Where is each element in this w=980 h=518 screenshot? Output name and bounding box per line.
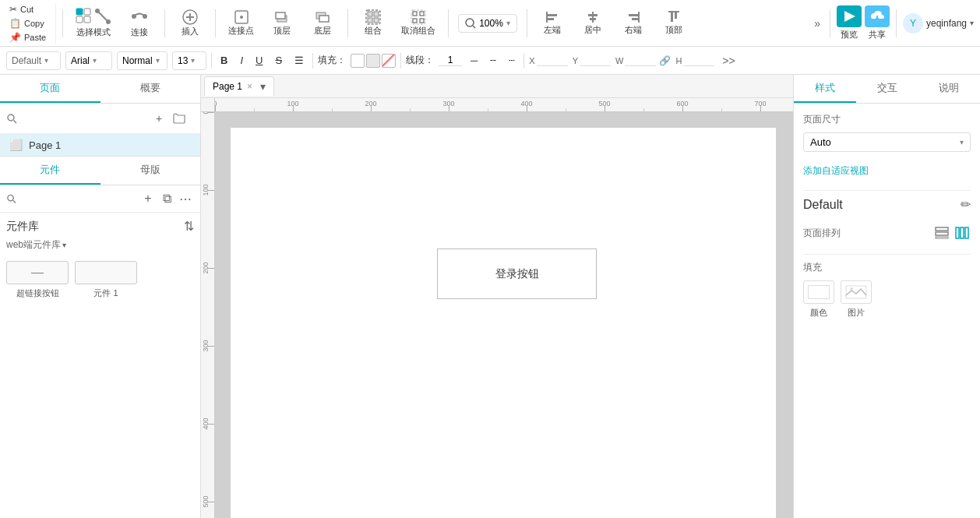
svg-rect-48 [936,237,948,238]
component-item-1[interactable]: 元件 1 [75,261,137,299]
canvas-page[interactable]: 登录按钮 [231,128,776,518]
bold-button[interactable]: B [217,53,231,68]
preview-button[interactable]: 预览 [837,5,862,41]
preview-icon [837,5,862,27]
italic-button[interactable]: I [236,53,247,68]
component-more-button[interactable]: ⋯ [177,190,194,207]
insert-button[interactable]: 插入 [171,5,209,41]
cut-icon: ✂ [9,4,17,15]
align-left-button[interactable]: 左端 [534,7,571,39]
user-name: yeqinfang [926,18,967,29]
format-divider-3 [400,53,401,69]
add-adaptive-button[interactable]: 添加自适应视图 [803,165,869,176]
h-coord-input[interactable] [683,55,714,66]
svg-rect-2 [76,16,83,23]
font-size-select[interactable]: 13 ▾ [172,51,206,70]
font-style-select[interactable]: Normal ▾ [117,51,167,70]
select-mode-button[interactable]: 选择模式 [69,5,118,41]
group-button[interactable]: 组合 [354,6,392,40]
sort-rows-button[interactable] [933,224,950,241]
line-dotted-button[interactable]: ┄ [505,53,519,68]
font-default-value: Default [12,55,41,66]
w-coord-input[interactable] [625,55,656,66]
component-item-0[interactable]: — 超链接按钮 [6,261,69,299]
x-coord-input[interactable] [537,55,568,66]
cut-button[interactable]: ✂ Cut [6,3,49,16]
w-coord-group: W 🔗 [615,55,671,66]
y-coord-input[interactable] [580,55,611,66]
divider-5 [448,9,449,37]
page-search-input[interactable] [22,113,139,124]
component-panel: 元件 母版 + ⧉ ⋯ 元件库 ⇅ [0,156,200,518]
zoom-chevron: ▾ [506,19,510,27]
library-sort-icon[interactable]: ⇅ [184,219,194,234]
bottom-layer-icon [315,9,330,25]
fill-image-option[interactable]: 图片 [841,280,872,319]
align-right-button[interactable]: 右端 [615,7,652,39]
library-source[interactable]: web端元件库 ▾ [6,238,194,252]
font-default-select[interactable]: Default ▾ [6,51,61,70]
tab-masters[interactable]: 母版 [100,157,201,185]
page-item-1[interactable]: ⬜ Page 1 [0,134,200,156]
fill-color-box[interactable] [351,54,365,68]
canvas-tabs: Page 1 × ▾ [201,75,793,98]
page-size-section: 页面尺寸 Auto ▾ [803,113,971,152]
canvas-scroll-area[interactable]: 登录按钮 [215,112,793,518]
canvas-tab-page1[interactable]: Page 1 × ▾ [204,76,274,96]
fill-none-icon[interactable] [382,54,396,68]
toolbar-more-button[interactable]: » [811,17,823,30]
ungroup-button[interactable]: 取消组合 [395,6,442,40]
add-page-button[interactable]: + [150,110,167,127]
sort-cols-button[interactable] [954,224,971,241]
fill-section-label: 填充 [803,261,971,274]
copy-button[interactable]: 📋 Copy [6,17,49,30]
underline-button[interactable]: U [252,53,266,68]
align-center-icon [586,10,600,24]
format-expand-button[interactable]: >> [719,55,738,67]
connect-point-button[interactable]: 连接点 [222,6,260,40]
line-dashed-button[interactable]: ╌ [486,53,500,68]
page-actions: + [144,108,194,129]
tab-pages[interactable]: 页面 [0,75,100,103]
canvas-element-button[interactable]: 登录按钮 [437,248,597,299]
tab-components[interactable]: 元件 [0,157,100,185]
page-size-select[interactable]: Auto ▾ [803,132,971,152]
share-button[interactable]: 共享 [865,5,890,41]
line-value-input[interactable] [439,55,462,66]
list-button[interactable]: ☰ [291,53,308,68]
user-info[interactable]: Y yeqinfang ▾ [903,13,974,33]
component-copy-button[interactable]: ⧉ [158,190,175,207]
canvas-tab-close-icon[interactable]: × [247,81,252,92]
align-top-button[interactable]: 顶部 [655,7,693,39]
connect-button[interactable]: 连接 [121,5,158,41]
font-family-select[interactable]: Arial ▾ [65,51,112,70]
line-solid-button[interactable]: ─ [467,53,481,68]
canvas-tab-arrow-icon[interactable]: ▾ [260,80,266,93]
zoom-icon [465,18,476,29]
align-center-button[interactable]: 居中 [574,7,612,39]
tab-style[interactable]: 样式 [794,75,856,103]
component-search-input[interactable] [19,193,136,204]
folder-page-button[interactable] [171,110,188,127]
top-layer-button[interactable]: 顶层 [263,6,301,40]
fill-solid-box[interactable] [366,54,380,68]
default-edit-icon[interactable]: ✏ [961,197,971,212]
component-tabs: 元件 母版 [0,157,200,185]
format-divider-4 [523,53,524,69]
component-preview-1 [75,261,137,284]
component-preview-0: — [6,261,69,284]
add-component-button[interactable]: + [139,190,157,207]
tab-note[interactable]: 说明 [918,75,980,103]
canvas-tab-label: Page 1 [213,81,242,92]
zoom-control[interactable]: 100% ▾ [458,14,517,33]
tab-interaction[interactable]: 交互 [856,75,918,103]
svg-rect-49 [956,227,959,238]
ruler-top-row: 0100200300400500600700800900 [201,98,793,112]
bottom-layer-label: 底层 [314,25,331,37]
bottom-layer-button[interactable]: 底层 [304,6,341,40]
fill-color-option[interactable]: 颜色 [803,280,834,319]
paste-button[interactable]: 📌 Paste [6,31,49,44]
tab-outline[interactable]: 概要 [100,75,201,103]
ruler-v: 0100200300400500600 [201,112,215,518]
strikethrough-button[interactable]: S [271,53,286,68]
